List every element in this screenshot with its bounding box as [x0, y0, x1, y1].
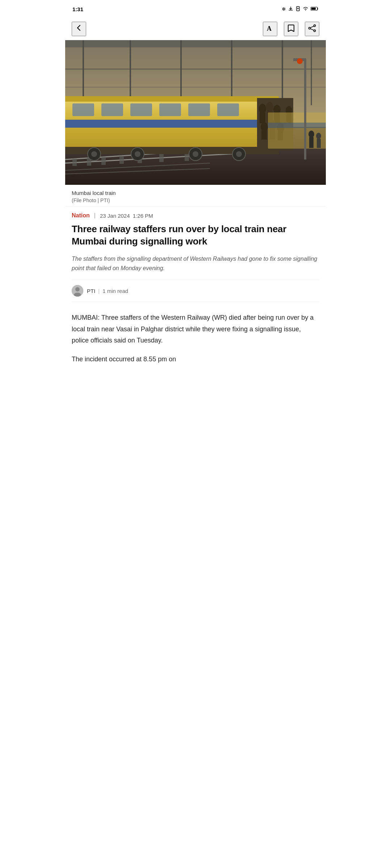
wifi-icon: [303, 6, 308, 12]
status-icons: ❄: [282, 6, 319, 12]
svg-text:A: A: [267, 25, 272, 32]
article-paragraph-1: MUMBAI: Three staffers of the Western Ra…: [72, 312, 319, 346]
share-icon: [308, 24, 316, 34]
font-size-button[interactable]: A: [263, 22, 277, 36]
status-time: 1:31: [72, 6, 83, 12]
article-content: Nation | 23 Jan 2024 1:26 PM Three railw…: [65, 207, 326, 365]
svg-point-79: [75, 287, 80, 292]
article-body: MUMBAI: Three staffers of the Western Ra…: [72, 312, 319, 365]
bookmark-icon: [287, 24, 295, 34]
phone-download-icon: [295, 6, 300, 12]
status-bar: 1:31 ❄: [65, 0, 326, 18]
top-nav: A: [65, 18, 326, 40]
snowflake-icon: ❄: [282, 6, 286, 12]
caption-source: (File Photo | PTI): [72, 197, 319, 203]
bookmark-button[interactable]: [284, 22, 298, 36]
hero-image: [65, 40, 326, 185]
svg-rect-2: [311, 8, 316, 10]
article-meta: Nation | 23 Jan 2024 1:26 PM: [72, 207, 319, 223]
author-separator: |: [98, 288, 100, 294]
image-caption: Mumbai local train (File Photo | PTI): [65, 185, 326, 207]
hero-image-container: [65, 40, 326, 185]
download-icon: [288, 6, 293, 12]
author-name: PTI: [87, 288, 95, 294]
caption-title: Mumbai local train: [72, 189, 319, 197]
font-icon: A: [266, 24, 274, 34]
article-paragraph-2: The incident occurred at 8.55 pm on: [72, 354, 319, 365]
article-headline: Three railway staffers run over by local…: [72, 223, 319, 248]
avatar-placeholder: [72, 285, 83, 297]
article-date: 23 Jan 2024 1:26 PM: [100, 213, 153, 219]
svg-line-8: [311, 29, 314, 30]
svg-point-4: [314, 25, 316, 26]
author-avatar: [72, 285, 83, 297]
meta-separator: |: [94, 212, 96, 219]
battery-icon: [311, 6, 319, 12]
author-info: PTI | 1 min read: [87, 288, 128, 294]
svg-point-5: [309, 27, 311, 29]
svg-line-7: [311, 26, 314, 27]
train-scene-svg: [65, 40, 326, 185]
article-deck: The staffers from the signalling departm…: [72, 254, 319, 273]
read-time: 1 min read: [102, 288, 128, 294]
category-tag[interactable]: Nation: [72, 212, 90, 219]
nav-right: A: [263, 22, 319, 36]
author-line: PTI | 1 min read: [72, 280, 319, 302]
share-button[interactable]: [305, 22, 319, 36]
back-button[interactable]: [72, 22, 86, 36]
svg-point-6: [314, 30, 316, 31]
nav-left: [72, 22, 86, 36]
svg-rect-77: [65, 40, 326, 185]
back-arrow-icon: [75, 24, 83, 34]
